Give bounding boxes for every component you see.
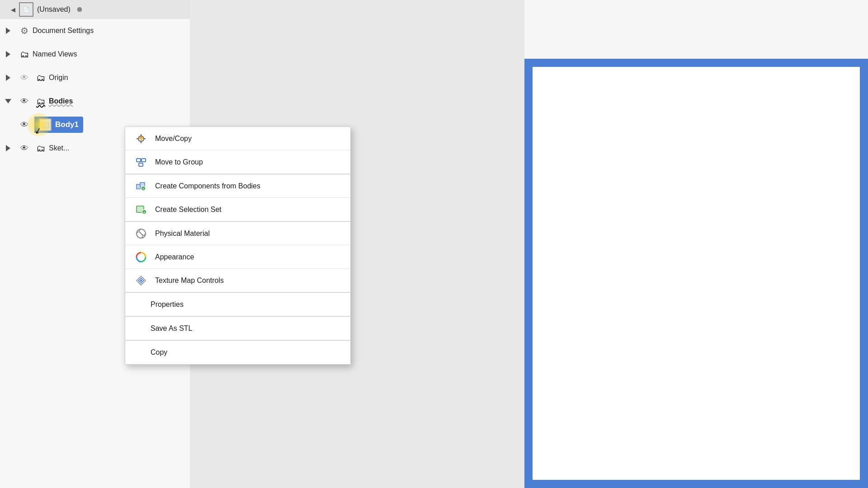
bodies-label: Bodies [49,97,73,105]
create-components-icon: + [134,179,148,193]
body1-eye-icon: 👁 [16,117,33,133]
document-icon: 📄 [19,2,33,17]
move-copy-icon [134,132,148,145]
svg-rect-1 [137,159,141,162]
unsaved-label: (Unsaved) [37,5,71,14]
viewport-rect [524,59,868,488]
menu-item-save-as-stl[interactable]: Save As STL [125,317,350,340]
named-views-arrow [0,42,16,66]
context-menu: Move/Copy Move to Group + Create Compone… [125,127,351,365]
menu-item-move-to-group[interactable]: Move to Group [125,150,350,174]
appearance-icon [134,250,148,264]
menu-item-physical-material-label: Physical Material [155,230,210,238]
bodies-item[interactable]: 👁 🗂 Bodies [0,89,190,113]
menu-item-properties[interactable]: Properties [125,293,350,316]
origin-folder-icon: 🗂 [33,70,49,86]
create-selection-set-icon: + [134,203,148,216]
named-views-folder-icon: 🗂 [16,46,33,62]
menu-item-save-as-stl-label: Save As STL [151,324,193,333]
menu-item-move-copy-label: Move/Copy [155,135,192,143]
menu-item-appearance-label: Appearance [155,253,194,261]
origin-eye-icon: 👁 [16,70,33,86]
svg-rect-3 [139,163,143,166]
document-settings-label: Document Settings [33,27,94,35]
record-icon: ⏺ [76,5,83,14]
menu-item-properties-label: Properties [151,300,184,309]
menu-item-texture-map-label: Texture Map Controls [155,277,224,285]
move-to-group-icon [134,155,148,169]
menu-item-create-components[interactable]: + Create Components from Bodies [125,174,350,198]
sketches-arrow [0,136,16,160]
svg-text:+: + [142,187,145,191]
menu-item-copy[interactable]: Copy [125,341,350,364]
unsaved-item[interactable]: ◀ 📄 (Unsaved) ⏺ [0,0,190,19]
menu-item-copy-label: Copy [151,348,167,357]
small-arrow-icon: ◀ [11,6,15,13]
viewport-area [524,0,868,488]
svg-rect-2 [142,159,146,162]
sketches-label: Sket... [49,144,69,152]
physical-material-icon [134,227,148,240]
bodies-arrow [0,89,16,113]
named-views-item[interactable]: 🗂 Named Views [0,42,190,66]
menu-item-physical-material[interactable]: Physical Material [125,222,350,245]
svg-point-15 [140,280,142,282]
document-settings-item[interactable]: ⚙ Document Settings [0,19,190,42]
menu-item-texture-map[interactable]: Texture Map Controls [125,269,350,292]
named-views-label: Named Views [33,50,77,58]
gear-icon: ⚙ [16,23,33,39]
menu-item-appearance[interactable]: Appearance [125,245,350,269]
menu-item-create-components-label: Create Components from Bodies [155,182,260,190]
menu-item-create-selection-set-label: Create Selection Set [155,206,222,214]
sketches-folder-icon: 🗂 [33,140,49,156]
svg-text:+: + [143,211,146,215]
menu-item-create-selection-set[interactable]: + Create Selection Set [125,198,350,221]
body1-label: Body1 [55,120,79,129]
bodies-folder-icon: 🗂 [33,93,49,109]
body1-selected-bg: ⬜ Body1 [34,117,83,133]
texture-map-icon [134,274,148,287]
origin-item[interactable]: 👁 🗂 Origin [0,66,190,89]
menu-item-move-to-group-label: Move to Group [155,158,203,166]
sketches-eye-icon: 👁 [16,140,33,156]
origin-label: Origin [49,74,68,82]
bodies-eye-icon: 👁 [16,93,33,109]
origin-arrow [0,66,16,89]
menu-item-move-copy[interactable]: Move/Copy [125,127,350,150]
document-settings-arrow [0,19,16,42]
